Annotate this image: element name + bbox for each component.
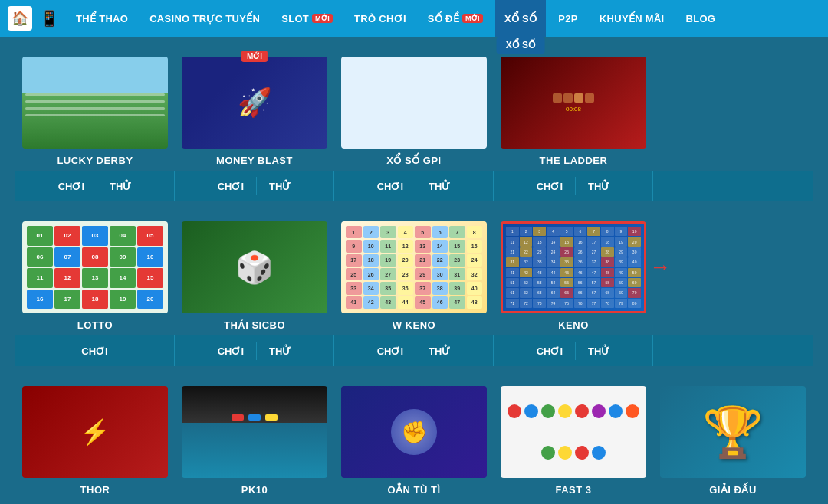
pk10-title: PK10 [242, 484, 268, 496]
game-cell-pk10: PK10 [175, 378, 334, 500]
money-blast-play-btn[interactable]: CHƠI [205, 171, 256, 201]
keno-try-btn[interactable]: THỬ [576, 335, 622, 366]
nav-slot[interactable]: SLOT MỚI [272, 0, 342, 37]
lotto-thumb-wrap: 0102030405060708091011121314151617181920 [22, 221, 168, 313]
the-ladder-thumb-wrap: 00:08 [501, 57, 646, 149]
mobile-icon[interactable]: 📱 [40, 9, 59, 28]
oan-tu-ti-thumb-wrap: ✊ [341, 386, 487, 478]
game-row-2: 0102030405060708091011121314151617181920… [15, 214, 813, 335]
xo-so-tooltip: XỔ SỐ [497, 37, 545, 54]
game-cell-thai-sicbo: 🎲 THÁI SICBO [175, 214, 334, 335]
lotto-play-btn[interactable]: CHƠI [69, 335, 120, 366]
money-blast-try-btn[interactable]: THỬ [257, 171, 303, 201]
home-button[interactable]: 🏠 [8, 6, 32, 31]
action-cell-money-blast: CHƠI THỬ [175, 171, 334, 201]
navbar: 🏠 📱 THỂ THAO CASINO TRỰC TUYẾN SLOT MỚI … [0, 0, 828, 37]
fast3-title: FAST 3 [555, 484, 591, 496]
slot-badge: MỚI [312, 14, 333, 23]
w-keno-play-btn[interactable]: CHƠI [365, 335, 416, 366]
game-row-3: ⚡ THOR PK10 [15, 378, 813, 500]
game-cell-thor: ⚡ THOR [15, 378, 175, 500]
so-de-badge: MỚI [462, 14, 483, 23]
xoso-gpi-thumb-wrap: // generate cells inline via JS after pa… [341, 57, 487, 149]
thor-thumb-wrap: ⚡ [22, 386, 168, 478]
game-cell-fast3: FAST 3 [494, 378, 653, 500]
keno-thumbnail[interactable]: 1234567891011121314151617181920212223242… [501, 221, 646, 313]
action-cell-w-keno: CHƠI THỬ [334, 335, 494, 366]
money-blast-thumbnail[interactable]: 🚀 [182, 57, 327, 149]
nav-so-de[interactable]: SỐ ĐỀ MỚI [419, 0, 492, 37]
xoso-gpi-play-btn[interactable]: CHƠI [365, 171, 416, 201]
nav-tro-choi[interactable]: TRÒ CHƠI [345, 0, 416, 37]
fast3-thumbnail[interactable] [501, 386, 646, 478]
the-ladder-thumbnail[interactable]: 00:08 [501, 57, 646, 149]
money-blast-badge: MỚI [242, 51, 268, 62]
game-cell-money-blast: MỚI 🚀 MONEY BLAST [175, 49, 334, 171]
nav-khuyen-mai[interactable]: KHUYẾN MÃI [590, 0, 674, 37]
lotto-thumbnail[interactable]: 0102030405060708091011121314151617181920 [22, 221, 168, 313]
nav-the-thao[interactable]: THỂ THAO [67, 0, 137, 37]
xoso-gpi-try-btn[interactable]: THỬ [416, 171, 462, 201]
pk10-thumbnail[interactable] [182, 386, 327, 478]
the-ladder-title: THE LADDER [540, 155, 608, 166]
lotto-title: LOTTO [77, 319, 113, 331]
w-keno-thumbnail[interactable]: 1234567891011121314151617181920212223242… [341, 221, 487, 313]
lucky-derby-title: LUCKY DERBY [57, 155, 133, 166]
thai-sicbo-thumbnail[interactable]: 🎲 [182, 221, 327, 313]
keno-play-btn[interactable]: CHƠI [524, 335, 575, 366]
game-cell-w-keno: 1234567891011121314151617181920212223242… [334, 214, 494, 335]
action-cell-lotto: CHƠI [15, 335, 175, 366]
game-cell-lucky-derby: LUCKY DERBY [15, 49, 175, 171]
nav-xo-so[interactable]: XỔ SỐ XỔ SỐ [495, 0, 546, 37]
action-cell-keno: CHƠI THỬ [494, 335, 653, 366]
keno-thumb-wrap: 1234567891011121314151617181920212223242… [501, 221, 646, 313]
oan-circle-icon: ✊ [391, 409, 437, 455]
w-keno-title: W KENO [393, 319, 435, 331]
the-ladder-try-btn[interactable]: THỬ [576, 171, 622, 201]
oan-tu-ti-title: OẲN TÙ TÌ [387, 484, 440, 496]
lucky-derby-try-btn[interactable]: THỬ [97, 171, 143, 201]
game-cell-xoso-gpi: // generate cells inline via JS after pa… [334, 49, 494, 171]
game-cell-giai-dau: 🏆 GIẢI ĐẤU [653, 378, 813, 500]
thai-sicbo-title: THÁI SICBO [224, 319, 285, 331]
game-cell-lotto: 0102030405060708091011121314151617181920… [15, 214, 175, 335]
giai-dau-thumbnail[interactable]: 🏆 [660, 386, 806, 478]
giai-dau-title: GIẢI ĐẤU [709, 484, 757, 496]
money-blast-title: MONEY BLAST [216, 155, 293, 166]
game-row-1: LUCKY DERBY MỚI 🚀 MONEY BLAST [15, 49, 813, 171]
xoso-gpi-thumbnail[interactable]: // generate cells inline via JS after pa… [341, 57, 487, 149]
action-cell-thai-sicbo: CHƠI THỬ [175, 335, 334, 366]
w-keno-thumb-wrap: 1234567891011121314151617181920212223242… [341, 221, 487, 313]
w-keno-try-btn[interactable]: THỬ [416, 335, 462, 366]
keno-arrow-icon: → [649, 255, 671, 280]
action-cell-the-ladder: CHƠI THỬ [494, 171, 653, 201]
trophy-icon: 🏆 [702, 404, 764, 461]
action-cell-xoso-gpi: CHƠI THỬ [334, 171, 494, 201]
game-cell-keno: 1234567891011121314151617181920212223242… [494, 214, 653, 335]
keno-title: KENO [558, 319, 589, 331]
nav-blog[interactable]: BLOG [677, 0, 725, 37]
lucky-derby-thumb-wrap [22, 57, 168, 149]
lucky-derby-play-btn[interactable]: CHƠI [46, 171, 97, 201]
pk10-thumb-wrap [182, 386, 327, 478]
thor-title: THOR [80, 484, 110, 496]
game-cell-the-ladder: 00:08 THE LADDER [494, 49, 653, 171]
action-cell-lucky-derby: CHƠI THỬ [15, 171, 175, 201]
action-row-1: CHƠI THỬ CHƠI THỬ CHƠI THỬ CHƠI THỬ [15, 171, 813, 201]
thor-thumbnail[interactable]: ⚡ [22, 386, 168, 478]
the-ladder-play-btn[interactable]: CHƠI [524, 171, 575, 201]
nav-p2p[interactable]: P2P [549, 0, 586, 37]
fast3-thumb-wrap [501, 386, 646, 478]
nav-casino[interactable]: CASINO TRỰC TUYẾN [140, 0, 269, 37]
thai-sicbo-play-btn[interactable]: CHƠI [205, 335, 256, 366]
giai-dau-thumb-wrap: 🏆 [660, 386, 806, 478]
oan-tu-ti-thumbnail[interactable]: ✊ [341, 386, 487, 478]
game-cell-oan-tu-ti: ✊ OẲN TÙ TÌ [334, 378, 494, 500]
main-content: LUCKY DERBY MỚI 🚀 MONEY BLAST [0, 37, 828, 504]
thai-sicbo-thumb-wrap: 🎲 [182, 221, 327, 313]
action-row-2: CHƠI CHƠI THỬ CHƠI THỬ CHƠI THỬ [15, 335, 813, 366]
lucky-derby-thumbnail[interactable] [22, 57, 168, 149]
money-blast-thumb-wrap: MỚI 🚀 [182, 57, 327, 149]
thai-sicbo-try-btn[interactable]: THỬ [257, 335, 303, 366]
xoso-gpi-title: XỔ SỐ GPI [386, 155, 441, 166]
